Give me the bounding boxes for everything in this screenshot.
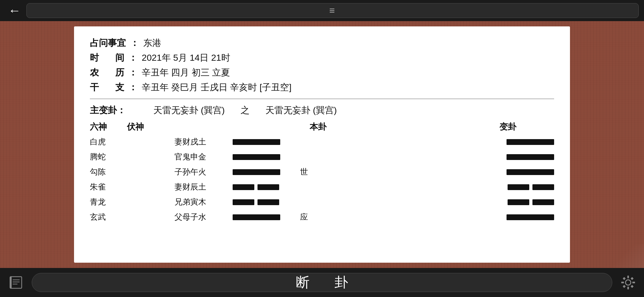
bengua-yao-cell [233, 169, 296, 175]
svg-rect-9 [632, 282, 635, 283]
svg-rect-1 [10, 277, 12, 288]
header-biangua: 变卦 [462, 121, 554, 133]
back-button[interactable]: ← [5, 0, 24, 21]
broken-line [508, 199, 554, 205]
table-row: 青龙兄弟寅木 [90, 197, 554, 208]
bengua-yao-cell [233, 184, 296, 190]
broken-line [233, 184, 279, 190]
duangua-label: 断 卦 [285, 273, 359, 292]
yao-name-cell: 父母子水 [174, 212, 233, 223]
table-row: 朱雀妻财辰土 [90, 182, 554, 192]
biangua-name: 天雷无妄卦 (巽宫) [265, 104, 337, 116]
master-label: 主变卦： [90, 104, 132, 116]
svg-rect-13 [631, 285, 633, 288]
header-fushen: 伏神 [127, 121, 174, 133]
marker-cell: 世 [296, 167, 312, 177]
ganzhi-label: 干 支 [90, 81, 124, 93]
yao-name-cell: 兄弟寅木 [174, 197, 233, 208]
bengua-yao-cell [233, 214, 296, 220]
header-bengua: 本卦 [174, 121, 462, 133]
solid-line [233, 169, 280, 175]
table-row: 玄武父母子水应 [90, 212, 554, 223]
solid-line [233, 214, 280, 220]
table-row: 白虎妻财戌土 [90, 136, 554, 147]
biangua-yao-cell [480, 184, 554, 190]
lunar-label: 农 历 [90, 67, 124, 79]
liushen-cell: 玄武 [90, 212, 127, 223]
svg-rect-6 [627, 276, 629, 278]
solid-line [507, 154, 554, 160]
settings-button[interactable] [618, 272, 639, 293]
liushen-cell: 朱雀 [90, 182, 127, 192]
bengua-yao-cell [233, 154, 296, 160]
time-label: 时 间 [90, 52, 124, 64]
svg-rect-10 [623, 277, 625, 280]
liushen-cell: 青龙 [90, 197, 127, 208]
ganzhi-row: 干 支 ： 辛丑年 癸巳月 壬戌日 辛亥时 [子丑空] [90, 81, 554, 93]
marker-cell: 应 [296, 212, 312, 223]
lunar-colon: ： [128, 67, 137, 79]
yao-name-cell: 妻财辰土 [174, 182, 233, 192]
solid-line [233, 154, 280, 160]
biangua-yao-cell [480, 139, 554, 145]
time-value: 2021年 5月 14日 21时 [142, 52, 230, 64]
liushen-cell: 腾蛇 [90, 152, 127, 162]
table-row: 腾蛇官鬼申金 [90, 152, 554, 162]
bengua-yao-cell [233, 139, 296, 145]
menu-bar[interactable]: ≡ [26, 3, 639, 18]
header-liushen: 六神 [90, 121, 127, 133]
yao-name-cell: 妻财戌土 [174, 136, 233, 147]
hexagram-section: 主变卦： 天雷无妄卦 (巽宫) 之 天雷无妄卦 (巽宫) 六神 伏神 本卦 变卦… [90, 104, 554, 223]
book-icon [8, 275, 24, 290]
zhi-label: 之 [241, 104, 250, 116]
info-section: 占问事宜 ： 东港 时 间 ： 2021年 5月 14日 21时 农 历 ： 辛… [90, 37, 554, 93]
bengua-yao-cell [233, 199, 296, 205]
duangua-button[interactable]: 断 卦 [32, 273, 612, 292]
hex-header: 六神 伏神 本卦 变卦 [90, 121, 554, 133]
biangua-yao-cell [480, 169, 554, 175]
time-row: 时 间 ： 2021年 5月 14日 21时 [90, 52, 554, 64]
biangua-yao-cell [480, 214, 554, 220]
svg-rect-0 [10, 277, 22, 288]
book-button[interactable] [5, 272, 26, 293]
svg-rect-11 [631, 277, 633, 280]
liushen-cell: 勾陈 [90, 167, 127, 177]
hex-rows: 白虎妻财戌土腾蛇官鬼申金勾陈子孙午火世朱雀妻财辰土青龙兄弟寅木玄武父母子水应 [90, 136, 554, 223]
solid-line [233, 139, 280, 145]
lunar-row: 农 历 ： 辛丑年 四月 初三 立夏 [90, 67, 554, 79]
ganzhi-value: 辛丑年 癸巳月 壬戌日 辛亥时 [子丑空] [142, 81, 292, 93]
subject-colon: ： [130, 37, 139, 49]
solid-line [507, 214, 554, 220]
bengua-name: 天雷无妄卦 (巽宫) [153, 104, 225, 116]
biangua-yao-cell [480, 199, 554, 205]
table-row: 勾陈子孙午火世 [90, 167, 554, 177]
broken-line [508, 184, 554, 190]
yao-name-cell: 官鬼申金 [174, 152, 233, 162]
top-bar: ← ≡ [0, 0, 644, 21]
subject-row: 占问事宜 ： 东港 [90, 37, 554, 49]
solid-line [507, 169, 554, 175]
svg-rect-8 [621, 282, 624, 283]
subject-value: 东港 [143, 37, 161, 49]
lunar-value: 辛丑年 四月 初三 立夏 [142, 67, 230, 79]
ganzhi-colon: ： [128, 81, 137, 93]
master-row: 主变卦： 天雷无妄卦 (巽宫) 之 天雷无妄卦 (巽宫) [90, 104, 554, 116]
yao-name-cell: 子孙午火 [174, 167, 233, 177]
subject-label: 占问事宜 [90, 37, 126, 49]
svg-rect-7 [627, 287, 629, 289]
svg-rect-12 [623, 285, 625, 288]
main-card: 占问事宜 ： 东港 时 间 ： 2021年 5月 14日 21时 农 历 ： 辛… [74, 26, 570, 263]
bottom-bar: 断 卦 [0, 268, 644, 297]
liushen-cell: 白虎 [90, 136, 127, 147]
hamburger-icon: ≡ [329, 5, 336, 16]
gear-icon [620, 275, 636, 290]
broken-line [233, 199, 279, 205]
solid-line [507, 139, 554, 145]
divider [90, 99, 554, 99]
time-colon: ： [128, 52, 137, 64]
biangua-yao-cell [480, 154, 554, 160]
svg-point-5 [625, 280, 631, 285]
